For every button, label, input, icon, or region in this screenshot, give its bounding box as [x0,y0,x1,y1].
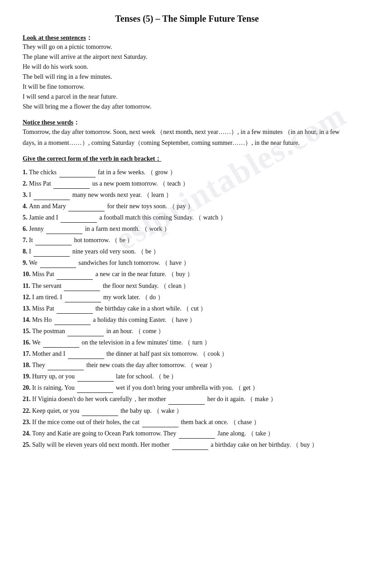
exercise-rest: fat in a few weeks. [98,169,147,176]
exercise-number: 23. [23,419,32,425]
verb-hint: （ do ） [142,294,164,301]
exercise-number: 6. [23,225,29,232]
exercise-text: Ann and Mary [29,203,67,210]
exercise-text: Sally will be eleven years old next mont… [32,441,171,448]
verb-hint: （ work ） [141,225,170,232]
intro-sentence: He will do his work soon. [23,62,351,72]
answer-blank[interactable] [179,428,215,439]
exercise-text: If the mice come out of their holes, the… [32,419,141,425]
exercise-rest: their new coats the day after tomorrow. [86,362,187,368]
answer-blank[interactable] [57,268,93,279]
exercise-number: 7. [23,237,29,244]
answer-blank[interactable] [57,303,93,314]
exercise-number: 24. [23,430,32,437]
exercise-rest: a new car in the near future. [96,271,168,277]
list-item: 8. I nine years old very soon. （ be ） [23,246,351,257]
exercise-number: 10. [23,271,32,277]
verb-hint: （ have ） [162,259,189,266]
answer-blank[interactable] [65,292,101,302]
answer-blank[interactable] [35,234,72,245]
answer-blank[interactable] [34,246,70,257]
exercise-rest: sandwiches for lunch tomorrow. [78,259,162,266]
list-item: 21. If Viginia doesn't do her work caref… [23,393,351,404]
answer-blank[interactable] [68,201,105,211]
answer-blank[interactable] [54,314,91,325]
exercise-text: Keep quiet, or you [32,407,81,414]
answer-blank[interactable] [64,280,100,291]
verb-hint: （ have ） [168,316,196,323]
page-title: Tenses (5) – The Simple Future Tense [23,14,351,24]
answer-blank[interactable] [61,212,97,223]
answer-blank[interactable] [48,359,84,370]
exercise-number: 22. [23,407,32,414]
exercise-rest: the dinner at half past six tomorrow. [106,350,200,357]
exercise-number: 16. [23,339,32,346]
exercise-text: Mrs Ho [32,316,53,323]
list-item: 5. Jamie and I a football match this com… [23,212,351,223]
answer-blank[interactable] [46,223,82,234]
exercise-number: 5. [23,214,29,221]
intro-sentence: They will go on a picnic tomorrow. [23,42,351,52]
verb-hint: （ be ） [111,237,133,244]
verb-hint: （ cook ） [200,350,228,357]
exercise-number: 8. [23,248,29,255]
exercise-text: Jenny [29,225,45,232]
exercise-text: Tony and Katie are going to Ocean Park t… [32,430,178,437]
list-item: 24. Tony and Katie are going to Ocean Pa… [23,428,351,439]
answer-blank[interactable] [53,178,90,189]
list-item: 25. Sally will be eleven years old next … [23,439,351,450]
answer-blank[interactable] [168,393,205,404]
answer-blank[interactable] [40,257,76,268]
exercise-number: 3. [23,191,29,198]
answer-blank[interactable] [68,348,104,359]
exercise-rest: a holiday this coming Easter. [93,316,168,323]
verb-hint: （ get ） [235,384,259,391]
verb-hint: （ pay ） [169,203,194,210]
list-item: 22. Keep quiet, or you the baby up. （ wa… [23,405,351,416]
list-item: 7. It hot tomorrow. （ be ） [23,234,351,245]
exercise-rest: a birthday cake on her birthday. [211,441,292,448]
intro-sentences: They will go on a picnic tomorrow.The pl… [23,42,351,111]
answer-blank[interactable] [77,371,114,382]
exercise-text: It is raining. You [32,384,76,391]
exercise-text: Jamie and I [29,214,60,221]
exercise-number: 2. [23,180,29,187]
answer-blank[interactable] [77,382,113,393]
answer-blank[interactable] [172,439,208,450]
exercise-rest: the baby up. [120,407,153,414]
answer-blank[interactable] [43,337,79,348]
verb-hint: （ buy ） [292,441,318,448]
verb-hint: （ learn ） [144,191,172,198]
list-item: 16. We on the television in a few minute… [23,337,351,348]
exercise-number: 9. [23,259,29,266]
exercise-rest: Jane along. [217,430,247,437]
exercise-text: Miss Pat [32,305,56,312]
exercise-number: 20. [23,384,32,391]
verb-hint: （ wear ） [187,362,216,368]
exercise-number: 18. [23,362,32,368]
verb-hint: （ be ） [138,248,159,255]
exercise-text: I am tired. I [32,294,64,301]
exercise-rest: us a new poem tomorrow. [92,180,159,187]
exercise-number: 11. [23,282,32,289]
exercise-rest: a football match this coming Sunday. [100,214,196,221]
verb-hint: （ buy ） [168,271,193,277]
exercise-text: We [32,339,42,346]
exercise-text: Miss Pat [29,180,53,187]
answer-blank[interactable] [82,405,118,416]
list-item: 4. Ann and Mary for their new toys soon.… [23,201,351,211]
exercise-text: I [29,248,33,255]
exercise-list: 1. The chicks fat in a few weeks. （ grow… [23,167,351,450]
exercise-text: They [32,362,47,368]
verb-hint: （ take ） [248,430,274,437]
exercise-rest: the floor next Sunday. [103,282,160,289]
exercise-rest: them back at once. [181,419,230,425]
answer-blank[interactable] [67,325,104,336]
answer-blank[interactable] [59,167,96,177]
exercise-text: The chicks [29,169,58,176]
notice-section: Notice these words： Tomorrow, the day af… [23,119,351,148]
exercise-number: 12. [23,294,32,301]
exercise-rest: for their new toys soon. [107,203,169,210]
answer-blank[interactable] [142,416,178,427]
answer-blank[interactable] [34,189,70,200]
